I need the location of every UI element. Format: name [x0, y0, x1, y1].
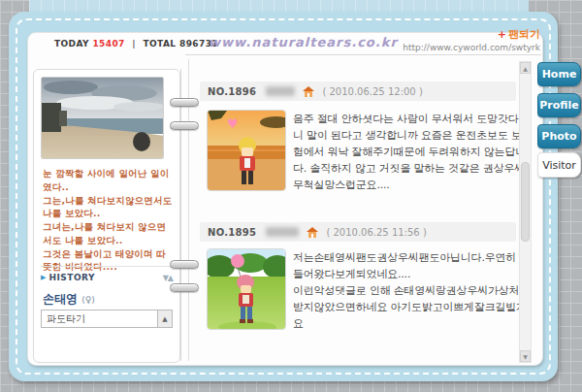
binder-ring	[170, 260, 199, 269]
guest-minimi-image-park	[207, 248, 286, 330]
owner-quote: 눈 깜짝할 사이에 일어난 일이였다.. 그는,나를 쳐다보지않으면서도 나를 …	[43, 167, 173, 274]
history-collapse-icon[interactable]: ▼▲	[163, 274, 173, 282]
today-count: 15407	[92, 39, 124, 49]
binder-ring	[170, 121, 199, 130]
entry-number: NO.1896	[208, 86, 256, 97]
entry-message: 음주 절대 안하셧다는 사람이 무서워서 도망갓다니 말이 된다고 생각합니까 …	[293, 111, 528, 193]
tab-visitor-active[interactable]: Visitor	[537, 152, 581, 178]
tab-profile[interactable]: Profile	[537, 93, 581, 117]
binder-ring	[170, 98, 199, 107]
scrollbar-thumb[interactable]	[521, 162, 530, 242]
counter-separator: |	[132, 39, 136, 49]
today-label: TODAY	[54, 39, 89, 49]
guest-name-censored[interactable]	[266, 86, 295, 96]
binder-ring	[170, 283, 199, 292]
plus-icon: +	[498, 28, 506, 41]
beach-photo-image	[42, 78, 164, 159]
owner-name: 손태영	[43, 292, 78, 306]
header-divider	[185, 54, 541, 55]
history-label: HISTORY	[48, 273, 95, 282]
left-page-edge	[180, 69, 181, 361]
entry-date: ( 2010.06.25 11:56 )	[326, 227, 426, 238]
visit-counter: TODAY 15407 | TOTAL 896731	[54, 39, 218, 49]
become-fan-link[interactable]: +팬되기	[498, 27, 540, 42]
wave-select-value: 파도타기	[47, 312, 85, 326]
entry-number: NO.1895	[208, 227, 256, 238]
tab-photo[interactable]: Photo	[537, 124, 581, 148]
scroll-down-icon[interactable]: ▼	[520, 350, 531, 362]
become-fan-label: 팬되기	[508, 28, 540, 41]
history-section-header: ▶ HISTORY ▼▲	[41, 266, 173, 282]
gender-icon: (♀)	[81, 295, 95, 305]
minihome-icon[interactable]	[307, 227, 318, 238]
minihompy-page: { "header": { "today_label": "TODAY", "t…	[0, 0, 582, 392]
guest-name-censored[interactable]	[266, 227, 299, 237]
minihompy-title: www.naturaltears.co.kr	[209, 35, 398, 49]
beach-photo	[41, 77, 164, 159]
owner-name-row: 손태영 (♀)	[43, 291, 95, 308]
guest-minimi-image-sunset: ♥	[207, 110, 286, 191]
tab-home[interactable]: Home	[537, 62, 581, 86]
wave-riding-select[interactable]: 파도타기 ▲	[41, 310, 173, 328]
guestbook-entry-header: NO.1896 ( 2010.06.25 12:00 )	[200, 82, 516, 101]
scroll-up-icon[interactable]: ▲	[520, 62, 531, 74]
homepage-url: http://www.cyworld.com/swtyrk	[403, 43, 540, 52]
content-scrollbar[interactable]: ▲ ▼	[519, 61, 532, 363]
svg-text:♥: ♥	[227, 116, 239, 131]
select-arrow-icon[interactable]: ▲	[157, 310, 172, 327]
total-label: TOTAL	[144, 39, 177, 49]
book-panel: TODAY 15407 | TOTAL 896731 www.naturalte…	[27, 32, 543, 366]
entry-date: ( 2010.06.25 12:00 )	[322, 86, 422, 97]
history-bullet-icon: ▶	[41, 274, 46, 281]
guestbook-entry-header: NO.1895 ( 2010.06.25 11:56 )	[200, 222, 516, 242]
entry-message: 저는손태영씨팬도권상우씨팬도아닙니다.우연히 들어왔다보게되었네요.... 이런…	[293, 249, 528, 332]
sidebar-card: 눈 깜짝할 사이에 일어난 일이였다.. 그는,나를 쳐다보지않으면서도 나를 …	[33, 69, 180, 363]
minihome-icon[interactable]	[303, 86, 314, 97]
